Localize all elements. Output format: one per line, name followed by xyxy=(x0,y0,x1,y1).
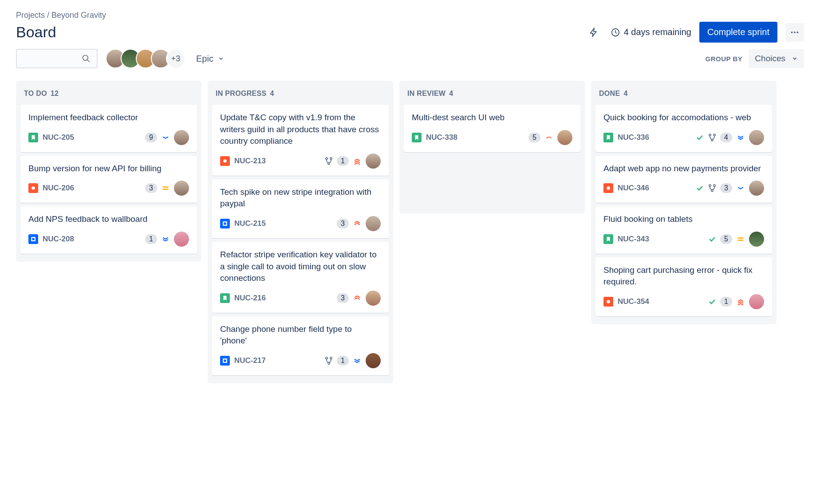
search-input[interactable] xyxy=(16,49,98,68)
assignee-avatar[interactable] xyxy=(174,181,189,196)
issue-key[interactable]: NUC-213 xyxy=(234,157,266,165)
priority-low-icon xyxy=(736,183,745,193)
column-header: IN PROGRESS4 xyxy=(212,85,389,105)
story-points-badge: 1 xyxy=(720,297,732,307)
issue-key[interactable]: NUC-205 xyxy=(43,133,74,142)
branch-icon[interactable] xyxy=(324,157,333,165)
story-points-badge: 9 xyxy=(145,133,157,142)
assignee-avatar[interactable] xyxy=(557,130,572,145)
card-title: Bump version for new API for billing xyxy=(28,163,189,175)
done-check-icon xyxy=(708,297,717,306)
issue-key[interactable]: NUC-216 xyxy=(234,294,266,303)
board-column: IN PROGRESS4Update T&C copy with v1.9 fr… xyxy=(208,81,393,383)
svg-point-2 xyxy=(794,32,796,33)
issue-card[interactable]: Multi-dest search UI webNUC-3385 xyxy=(404,105,580,152)
assignee-avatar[interactable] xyxy=(749,181,764,196)
groupby-label: GROUP BY xyxy=(706,55,743,63)
story-type-icon xyxy=(220,293,230,303)
issue-key[interactable]: NUC-208 xyxy=(43,235,74,244)
assignee-avatar[interactable] xyxy=(749,294,764,309)
issue-key[interactable]: NUC-354 xyxy=(618,297,649,306)
svg-point-8 xyxy=(326,158,327,159)
priority-highest-icon xyxy=(352,156,362,166)
issue-card[interactable]: Change phone number field type to 'phone… xyxy=(212,316,389,375)
column-header: TO DO12 xyxy=(20,85,197,105)
svg-point-23 xyxy=(607,300,610,303)
bug-type-icon xyxy=(220,156,230,166)
assignee-filter-avatars: +3 xyxy=(106,49,185,68)
card-title: Tech spike on new stripe integration wit… xyxy=(220,186,381,210)
issue-card[interactable]: Bump version for new API for billingNUC-… xyxy=(20,156,197,203)
issue-card[interactable]: Implement feedback collectorNUC-2059 xyxy=(20,105,197,152)
story-points-badge: 1 xyxy=(145,234,157,244)
groupby-select[interactable]: Choices xyxy=(749,49,804,68)
chevron-down-icon xyxy=(218,55,224,62)
column-count: 4 xyxy=(270,90,274,97)
svg-rect-12 xyxy=(223,359,227,362)
issue-card[interactable]: Refactor stripe verification key validat… xyxy=(212,242,389,313)
search-icon xyxy=(82,54,91,63)
assignee-avatar[interactable] xyxy=(749,130,764,145)
svg-rect-6 xyxy=(32,237,35,241)
story-points-badge: 5 xyxy=(720,234,732,244)
card-title: Implement feedback collector xyxy=(28,112,189,124)
issue-key[interactable]: NUC-336 xyxy=(618,133,649,142)
svg-rect-11 xyxy=(223,222,227,225)
assignee-avatar[interactable] xyxy=(174,130,189,145)
priority-high-icon xyxy=(352,219,362,228)
svg-point-4 xyxy=(83,55,88,61)
svg-point-9 xyxy=(330,158,332,159)
issue-key[interactable]: NUC-217 xyxy=(234,356,266,365)
issue-card[interactable]: Fluid booking on tabletsNUC-3435 xyxy=(595,206,772,254)
avatar-overflow[interactable]: +3 xyxy=(166,49,185,68)
bug-type-icon xyxy=(603,183,613,193)
automation-icon[interactable] xyxy=(585,24,603,41)
complete-sprint-button[interactable]: Complete sprint xyxy=(699,22,777,43)
epic-filter[interactable]: Epic xyxy=(193,50,227,67)
dots-icon xyxy=(790,28,800,37)
story-points-badge: 3 xyxy=(145,183,157,193)
card-title: Add NPS feedback to wallboard xyxy=(28,213,189,225)
more-actions-button[interactable] xyxy=(785,23,804,42)
breadcrumb-project[interactable]: Beyond Gravity xyxy=(51,11,106,20)
svg-point-7 xyxy=(223,159,227,163)
assignee-avatar[interactable] xyxy=(749,232,764,247)
column-name: IN PROGRESS xyxy=(216,90,266,97)
column-header: IN REVIEW4 xyxy=(404,85,580,105)
card-title: Multi-dest search UI web xyxy=(412,112,572,124)
task-type-icon xyxy=(220,219,230,228)
board-column: TO DO12Implement feedback collectorNUC-2… xyxy=(16,81,201,262)
issue-key[interactable]: NUC-338 xyxy=(426,133,457,142)
assignee-avatar[interactable] xyxy=(174,232,189,247)
branch-icon[interactable] xyxy=(708,133,717,142)
issue-card[interactable]: Tech spike on new stripe integration wit… xyxy=(212,179,389,238)
column-name: DONE xyxy=(599,90,620,97)
issue-key[interactable]: NUC-206 xyxy=(43,184,74,193)
issue-card[interactable]: Shoping cart purchasing error - quick fi… xyxy=(595,257,772,316)
card-title: Fluid booking on tablets xyxy=(603,213,764,225)
column-count: 12 xyxy=(51,90,59,97)
svg-point-1 xyxy=(791,32,793,33)
branch-icon[interactable] xyxy=(324,356,333,365)
column-name: TO DO xyxy=(24,90,47,97)
issue-card[interactable]: Update T&C copy with v1.9 from the write… xyxy=(212,105,389,176)
issue-key[interactable]: NUC-215 xyxy=(234,219,266,228)
issue-key[interactable]: NUC-343 xyxy=(618,235,649,244)
branch-icon[interactable] xyxy=(708,184,717,193)
assignee-avatar[interactable] xyxy=(366,291,381,306)
task-type-icon xyxy=(220,356,230,366)
story-points-badge: 1 xyxy=(337,156,349,166)
story-points-badge: 3 xyxy=(337,219,349,228)
breadcrumb-root[interactable]: Projects xyxy=(16,11,45,20)
issue-key[interactable]: NUC-346 xyxy=(618,184,649,193)
assignee-avatar[interactable] xyxy=(366,216,381,231)
chevron-down-icon xyxy=(792,55,798,62)
assignee-avatar[interactable] xyxy=(366,154,381,169)
assignee-avatar[interactable] xyxy=(366,353,381,368)
issue-card[interactable]: Add NPS feedback to wallboardNUC-2081 xyxy=(20,206,197,254)
done-check-icon xyxy=(695,184,704,193)
issue-card[interactable]: Quick booking for accomodations - webNUC… xyxy=(595,105,772,152)
card-title: Change phone number field type to 'phone… xyxy=(220,323,381,347)
done-check-icon xyxy=(708,235,717,244)
issue-card[interactable]: Adapt web app no new payments providerNU… xyxy=(595,156,772,203)
